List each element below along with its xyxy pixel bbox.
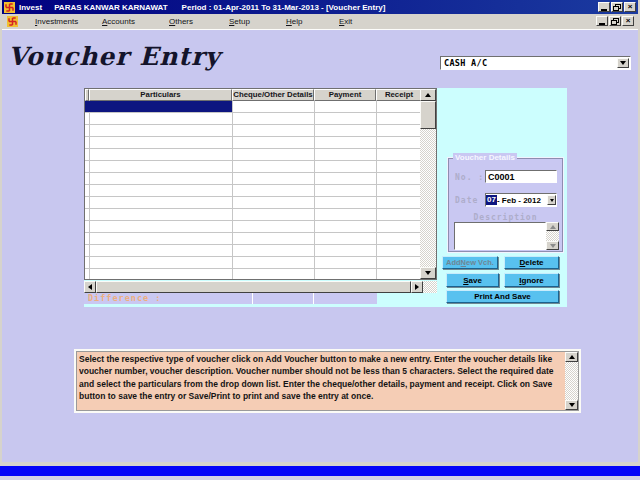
description-textarea[interactable] xyxy=(454,222,546,250)
grid-column-divider xyxy=(232,101,233,279)
window-frame-left xyxy=(0,0,2,466)
voucher-grid[interactable]: Particulars Cheque/Other Details Payment… xyxy=(84,88,437,280)
grid-column-divider xyxy=(89,101,90,279)
save-button[interactable]: Save xyxy=(446,273,499,287)
instruction-text: Select the respective type of voucher cl… xyxy=(79,353,567,411)
difference-row: Difference : xyxy=(84,293,377,304)
grid-header-particulars: Particulars xyxy=(89,89,232,101)
grid-horizontal-scrollbar[interactable] xyxy=(84,281,437,293)
date-rest[interactable]: - Feb - 2012 xyxy=(497,196,547,205)
grid-header-cheque-details: Cheque/Other Details xyxy=(232,89,314,101)
titlebar-controls: × xyxy=(598,2,636,12)
menu-accounts[interactable]: Accounts xyxy=(102,17,135,26)
menu-investments[interactable]: Investments xyxy=(35,17,78,26)
swastika-app-icon xyxy=(4,2,15,13)
app-window: Invest PARAS KANWAR KARNAWAT Period : 01… xyxy=(0,0,640,480)
voucher-no-label: No. : xyxy=(455,173,484,182)
voucher-no-value: C0001 xyxy=(486,172,515,182)
difference-label: Difference : xyxy=(88,293,161,303)
title-bar: Invest PARAS KANWAR KARNAWAT Period : 01… xyxy=(2,0,638,14)
description-scrollbar[interactable] xyxy=(546,222,559,250)
scroll-down-icon[interactable] xyxy=(546,241,559,250)
scroll-track[interactable] xyxy=(420,129,436,267)
instruction-scrollbar[interactable] xyxy=(565,352,578,410)
grid-header-receipt: Receipt xyxy=(376,89,422,101)
scroll-thumb[interactable] xyxy=(420,101,436,129)
voucher-date-picker[interactable]: 07 - Feb - 2012 xyxy=(485,193,557,207)
menu-bar: Investments Accounts Others Setup Help E… xyxy=(2,14,638,30)
title-app-name: Invest xyxy=(19,3,42,12)
voucher-details-group: Voucher Details No. : C0001 Date : 07 - … xyxy=(447,157,564,253)
grid-rows[interactable] xyxy=(85,101,420,279)
swastika-mdi-icon xyxy=(7,16,18,27)
minimize-icon[interactable] xyxy=(598,2,610,12)
grid-header-row: Particulars Cheque/Other Details Payment… xyxy=(85,89,436,101)
menu-setup[interactable]: Setup xyxy=(229,17,250,26)
page-title: Voucher Entry xyxy=(8,42,221,71)
desktop-strip xyxy=(0,466,640,476)
grid-vertical-scrollbar[interactable] xyxy=(420,89,436,279)
voucher-details-title: Voucher Details xyxy=(453,153,517,162)
scroll-down-icon[interactable] xyxy=(420,267,436,279)
account-select-value: CASH A/C xyxy=(441,58,617,68)
grid-column-divider xyxy=(314,101,315,279)
chevron-down-icon[interactable] xyxy=(547,195,556,205)
taskbar-strip xyxy=(0,476,640,480)
scroll-up-icon[interactable] xyxy=(565,352,578,362)
description-label: Description xyxy=(448,213,563,222)
mdi-restore-icon[interactable] xyxy=(609,16,621,26)
grid-header-payment: Payment xyxy=(314,89,376,101)
difference-divider xyxy=(252,293,253,304)
chevron-down-icon[interactable] xyxy=(617,58,629,68)
grid-column-divider xyxy=(376,101,377,279)
add-new-voucher-button[interactable]: Add New Vch. xyxy=(442,256,498,269)
restore-icon[interactable] xyxy=(611,2,623,12)
menu-exit[interactable]: Exit xyxy=(339,17,352,26)
close-icon[interactable]: × xyxy=(624,2,636,12)
menu-help[interactable]: Help xyxy=(286,17,302,26)
date-day-selected[interactable]: 07 xyxy=(486,195,497,205)
title-period: Period : 01-Apr-2011 To 31-Mar-2013 - [V… xyxy=(182,3,386,12)
ignore-button[interactable]: Ignore xyxy=(504,273,559,287)
scroll-left-icon[interactable] xyxy=(84,281,96,293)
scroll-thumb[interactable] xyxy=(96,281,411,293)
scroll-track xyxy=(546,231,559,241)
mdi-close-icon[interactable]: × xyxy=(622,16,634,26)
scroll-track xyxy=(423,281,437,293)
menu-others[interactable]: Others xyxy=(169,17,193,26)
selected-cell[interactable] xyxy=(85,101,232,112)
delete-button[interactable]: Delete xyxy=(504,256,559,269)
scroll-down-icon[interactable] xyxy=(565,400,578,410)
account-select[interactable]: CASH A/C xyxy=(440,56,631,70)
voucher-no-field[interactable]: C0001 xyxy=(485,170,557,183)
print-and-save-button[interactable]: Print And Save xyxy=(446,290,559,303)
instruction-panel: Select the respective type of voucher cl… xyxy=(74,349,581,413)
mdi-window-controls: × xyxy=(596,16,634,26)
title-user-name: PARAS KANWAR KARNAWAT xyxy=(54,3,167,12)
difference-divider xyxy=(313,293,314,304)
scroll-track[interactable] xyxy=(565,362,578,400)
scroll-up-icon[interactable] xyxy=(420,89,436,101)
mdi-minimize-icon[interactable] xyxy=(596,16,608,26)
scroll-right-icon[interactable] xyxy=(411,281,423,293)
scroll-up-icon[interactable] xyxy=(546,222,559,231)
